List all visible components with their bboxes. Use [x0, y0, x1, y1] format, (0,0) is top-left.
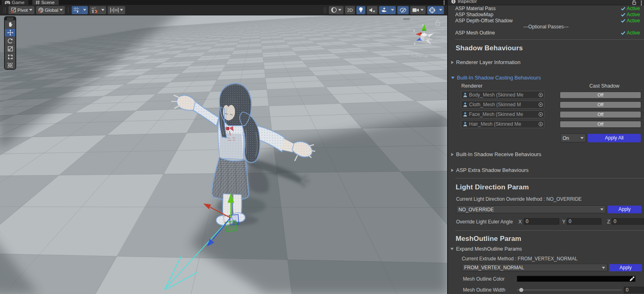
toolbar-drag-handle[interactable] — [4, 7, 6, 13]
axis-label-z: z — [414, 41, 416, 45]
foldout-expand-meshoutline[interactable]: Expand MeshOutline Params — [450, 246, 522, 252]
scale-icon — [8, 46, 13, 52]
snap-settings-button[interactable] — [108, 6, 125, 14]
object-field-face-mesh[interactable]: Face_Mesh (Skinned Me — [461, 110, 544, 118]
increment-snap-button[interactable] — [90, 6, 99, 14]
y-axis-arrow[interactable] — [228, 193, 234, 218]
view-hand-tool[interactable] — [5, 20, 15, 28]
cast-shadow-off-button-3[interactable]: Off — [560, 121, 641, 127]
x-axis-arrow[interactable] — [203, 204, 230, 218]
scene-viewport[interactable]: y x z < Persp — [0, 15, 447, 294]
move-gizmo[interactable] — [0, 15, 447, 294]
object-picker-icon[interactable] — [538, 122, 543, 127]
inspector-tab[interactable]: Inspector — [451, 0, 477, 4]
pivot-mode-button[interactable]: Pivot — [9, 6, 34, 14]
effects-caret[interactable] — [389, 6, 396, 14]
tools-drag-handle[interactable] — [4, 17, 16, 20]
object-field-label: Cloth_Mesh (Skinned M — [469, 102, 538, 107]
info-icon — [451, 0, 456, 4]
persp-text: Persp — [416, 53, 428, 58]
apply-all-mode-dropdown[interactable]: On — [560, 134, 586, 142]
effects-toggle-button[interactable] — [379, 6, 389, 14]
2d-label: 2D — [347, 8, 353, 13]
euler-angle-label: Override Light Euler Angle — [456, 219, 513, 225]
y-axis-label: Y — [562, 219, 565, 225]
object-field-cloth-mesh[interactable]: Cloth_Mesh (Skinned M — [461, 101, 544, 109]
grid-snap-caret[interactable] — [81, 6, 88, 14]
object-field-hair-mesh[interactable]: Hair_Mesh (Skinned Me — [461, 120, 544, 128]
slider-knob[interactable] — [519, 288, 523, 292]
mesh-outline-width-slider[interactable] — [517, 290, 622, 290]
shading-mode-button[interactable] — [329, 6, 343, 14]
gizmos-caret[interactable] — [437, 6, 444, 14]
euler-x-field[interactable]: 0 — [524, 218, 559, 225]
mesh-outline-color-swatch[interactable] — [517, 276, 635, 282]
light-override-value: NO_OVERRIDE — [458, 207, 494, 212]
unlock-icon[interactable] — [632, 0, 637, 5]
pass-name: ASP Mesh Outline — [455, 30, 495, 36]
global-mode-button[interactable]: Global — [36, 6, 65, 14]
lock-icon[interactable] — [436, 20, 440, 25]
lighting-toggle-button[interactable] — [356, 6, 365, 14]
cast-shadow-off-button-1[interactable]: Off — [560, 102, 641, 108]
lightbulb-icon — [358, 7, 363, 13]
gizmos-toggle-button[interactable] — [427, 6, 437, 14]
light-apply-button[interactable]: Apply — [608, 206, 642, 213]
optional-passes-divider: ---Optional Passes--- — [448, 24, 644, 30]
rect-icon — [8, 54, 13, 60]
apply-all-button[interactable]: Apply All — [588, 134, 641, 142]
cast-shadow-off-button-2[interactable]: Off — [560, 112, 641, 118]
foldout-builtin-shadow-casting[interactable]: Built-In Shadow Casting Behaviours — [451, 75, 541, 81]
toolbar-right-drag-handle[interactable] — [324, 7, 326, 13]
audio-muted-icon — [369, 7, 375, 13]
object-field-label: Body_Mesh (Skinned Me — [469, 92, 538, 98]
extrude-method-dropdown[interactable]: FROM_VERTEX_NORMAL — [462, 264, 608, 271]
transform-tool[interactable] — [5, 61, 15, 69]
object-picker-icon[interactable] — [538, 92, 543, 97]
global-caret-icon — [60, 9, 63, 11]
increment-snap-caret[interactable] — [99, 6, 106, 14]
euler-y-field[interactable]: 0 — [567, 218, 601, 225]
inspector-panel: Inspector ASP Material Pass Active ASP S… — [447, 0, 644, 294]
rotate-tool[interactable] — [5, 36, 15, 45]
euler-z-field[interactable]: 0 — [612, 218, 644, 225]
pass-row: ASP Mesh Outline Active — [455, 30, 642, 36]
toolbar-separator — [68, 7, 68, 13]
x-axis-label: X — [518, 219, 522, 225]
section-separator — [455, 178, 644, 178]
expanded-arrow-icon — [451, 77, 454, 79]
foldout-asp-extra-shadow[interactable]: ASP Extra Shadow Behaviours — [451, 167, 529, 173]
ruler-icon — [110, 7, 119, 13]
object-picker-icon[interactable] — [538, 102, 543, 107]
tab-scene[interactable]: Scene — [32, 0, 59, 5]
persp-label[interactable]: < Persp — [412, 53, 428, 58]
2d-toggle-button[interactable]: 2D — [345, 6, 355, 14]
object-field-body-mesh[interactable]: Body_Mesh (Skinned Me — [461, 91, 544, 99]
scale-tool[interactable] — [5, 45, 15, 53]
rect-tool[interactable] — [5, 53, 15, 61]
tools-overlay — [4, 16, 16, 70]
transform-icon — [7, 62, 13, 68]
audio-toggle-button[interactable] — [367, 6, 377, 14]
move-tool[interactable] — [5, 28, 15, 36]
scene-visibility-button[interactable] — [397, 6, 409, 14]
foldout-label: Renderer Layer Information — [456, 59, 520, 65]
section-separator — [455, 230, 644, 231]
camera-button[interactable] — [410, 6, 426, 14]
mesh-outline-width-field[interactable]: 0 — [624, 287, 644, 293]
cast-shadow-off-button-0[interactable]: Off — [560, 92, 641, 98]
light-override-dropdown[interactable]: NO_OVERRIDE — [456, 206, 606, 213]
eyedropper-icon[interactable] — [629, 276, 635, 281]
tab-game[interactable]: Game — [2, 0, 28, 5]
increment-snap-group — [90, 6, 106, 14]
global-label: Global — [45, 8, 58, 13]
grid-axis-icon: Y — [73, 7, 79, 13]
camera-caret-icon — [420, 9, 424, 11]
foldout-builtin-shadow-receive[interactable]: Built-In Shadow Receive Behaviours — [451, 151, 541, 157]
object-picker-icon[interactable] — [538, 112, 543, 117]
grid-snap-button[interactable]: Y — [72, 6, 81, 14]
tab-scene-label: Scene — [41, 0, 55, 5]
foldout-label: Expand MeshOutline Params — [456, 246, 522, 252]
foldout-renderer-layer-info[interactable]: Renderer Layer Information — [451, 59, 520, 65]
outline-apply-button[interactable]: Apply — [609, 264, 642, 271]
